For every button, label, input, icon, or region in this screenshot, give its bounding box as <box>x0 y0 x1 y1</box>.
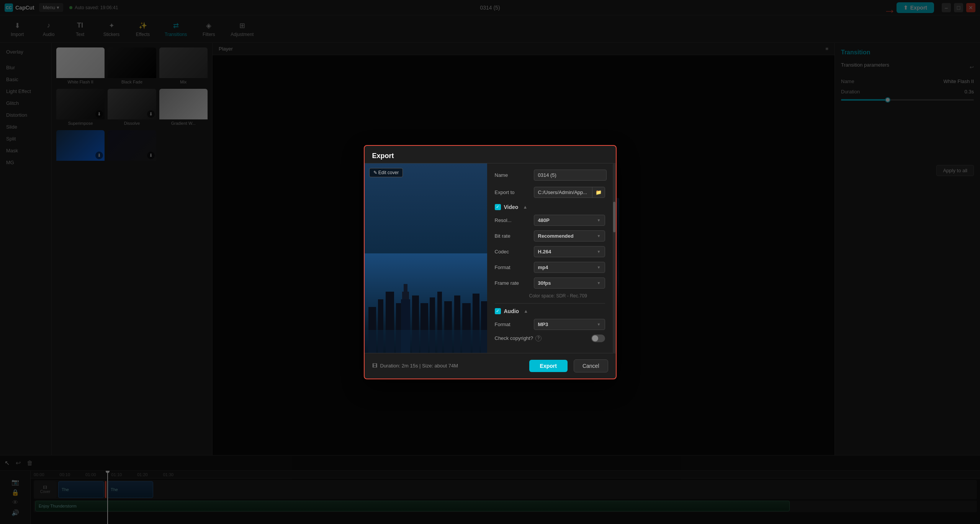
codec-label: Codec <box>495 249 529 255</box>
modal-footer: 🎞 Duration: 2m 15s | Size: about 74M Exp… <box>365 353 616 379</box>
export-path-text: C:/Users/Admin/App... <box>534 187 592 198</box>
audio-checkbox[interactable]: ✓ <box>495 308 501 314</box>
framerate-row: Frame rate 30fps ▼ <box>495 278 605 289</box>
format-label: Format <box>495 264 529 270</box>
codec-arrow-icon: ▼ <box>597 250 601 254</box>
resolution-label: Resol... <box>495 217 529 223</box>
color-space-text: Color space: SDR - Rec.709 <box>495 293 605 299</box>
modal-preview-svg <box>365 253 487 353</box>
format-arrow-icon: ▼ <box>597 265 601 269</box>
export-modal: Export ✎ Edit cover <box>364 145 617 379</box>
modal-title: Export <box>372 152 394 160</box>
scrollbar-thumb <box>613 202 615 232</box>
framerate-select[interactable]: 30fps ▼ <box>534 278 605 289</box>
audio-format-value: MP3 <box>538 322 548 327</box>
export-to-row: Export to C:/Users/Admin/App... 📁 <box>495 187 605 198</box>
resolution-select[interactable]: 480P ▼ <box>534 215 605 226</box>
codec-select[interactable]: H.264 ▼ <box>534 246 605 257</box>
name-form-label: Name <box>495 172 529 178</box>
name-form-row: Name <box>495 170 605 181</box>
copyright-label: Check copyright? <box>495 335 533 341</box>
codec-row: Codec H.264 ▼ <box>495 246 605 257</box>
modal-body: ✎ Edit cover <box>365 163 616 353</box>
modal-export-button[interactable]: Export <box>529 360 568 372</box>
toggle-knob <box>592 335 598 341</box>
video-section-toggle[interactable]: ✓ Video ▲ <box>495 204 605 210</box>
modal-overlay: Export ✎ Edit cover <box>0 0 980 524</box>
video-section-label: Video <box>504 204 519 210</box>
export-path-input: C:/Users/Admin/App... 📁 <box>534 187 605 198</box>
bitrate-label: Bit rate <box>495 233 529 239</box>
copyright-row: Check copyright? ? <box>495 335 605 342</box>
resolution-arrow-icon: ▼ <box>597 218 601 222</box>
format-value: mp4 <box>538 264 548 270</box>
framerate-value: 30fps <box>538 280 551 286</box>
format-select[interactable]: mp4 ▼ <box>534 262 605 273</box>
audio-section-arrow: ▲ <box>524 309 528 314</box>
footer-info: 🎞 Duration: 2m 15s | Size: about 74M <box>372 363 523 369</box>
modal-cancel-button[interactable]: Cancel <box>574 359 608 372</box>
modal-preview: ✎ Edit cover <box>365 163 487 353</box>
resolution-value: 480P <box>538 217 550 223</box>
duration-size-text: Duration: 2m 15s | Size: about 74M <box>380 363 458 369</box>
name-input[interactable] <box>534 170 607 181</box>
video-checkbox[interactable]: ✓ <box>495 204 501 210</box>
svg-rect-31 <box>365 330 487 353</box>
bitrate-row: Bit rate Recommended ▼ <box>495 230 605 242</box>
bitrate-value: Recommended <box>538 233 574 239</box>
framerate-arrow-icon: ▼ <box>597 281 601 285</box>
framerate-label: Frame rate <box>495 280 529 286</box>
audio-format-label: Format <box>495 322 529 327</box>
audio-section-toggle[interactable]: ✓ Audio ▲ <box>495 308 605 314</box>
section-divider <box>495 303 605 304</box>
audio-section-label: Audio <box>504 308 519 314</box>
folder-icon[interactable]: 📁 <box>592 187 605 198</box>
video-section-arrow: ▲ <box>523 204 527 210</box>
export-to-label: Export to <box>495 189 529 195</box>
copyright-toggle[interactable] <box>591 335 605 342</box>
format-row: Format mp4 ▼ <box>495 262 605 273</box>
audio-format-row: Format MP3 ▼ <box>495 319 605 330</box>
modal-settings: Name Export to C:/Users/Admin/App... 📁 ✓… <box>487 163 613 353</box>
audio-format-select[interactable]: MP3 ▼ <box>534 319 605 330</box>
audio-format-arrow-icon: ▼ <box>597 322 601 326</box>
edit-cover-button[interactable]: ✎ Edit cover <box>369 168 403 177</box>
bitrate-select[interactable]: Recommended ▼ <box>534 230 605 242</box>
copyright-label-group: Check copyright? ? <box>495 335 542 341</box>
codec-value: H.264 <box>538 249 551 255</box>
bitrate-arrow-icon: ▼ <box>597 234 601 238</box>
modal-header: Export <box>365 146 616 163</box>
resolution-row: Resol... 480P ▼ <box>495 215 605 226</box>
help-icon[interactable]: ? <box>535 335 542 341</box>
film-icon: 🎞 <box>372 363 377 369</box>
modal-scrollbar[interactable] <box>613 163 616 353</box>
